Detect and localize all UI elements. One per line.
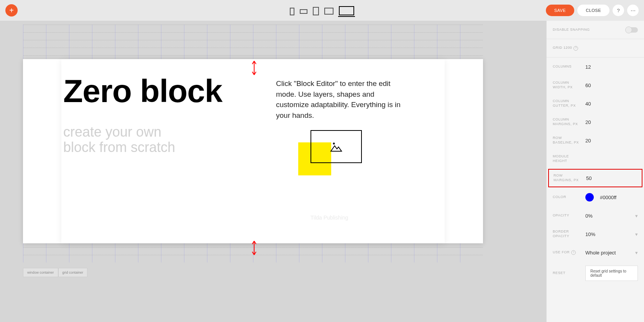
- row-column-gutter: COLUMN GUTTER, PX 40: [547, 94, 644, 113]
- tab-grid-container[interactable]: grid container: [58, 268, 88, 277]
- row-grid-heading: GRID 1200?: [547, 39, 644, 58]
- label-use-for: USE FOR?: [553, 250, 582, 255]
- color-swatch[interactable]: [585, 193, 594, 201]
- more-button[interactable]: ⋯: [627, 5, 639, 16]
- toggle-disable-snapping[interactable]: [626, 27, 638, 33]
- label-row-margins: ROW MARGINS, PX: [554, 173, 582, 182]
- row-row-margins: ROW MARGINS, PX 50: [548, 169, 642, 187]
- input-row-baseline[interactable]: 20: [585, 138, 638, 144]
- help-icon[interactable]: ?: [573, 46, 578, 51]
- input-column-margins[interactable]: 20: [585, 119, 638, 125]
- label-disable-snapping: DISABLE SNAPPING: [553, 28, 622, 32]
- select-border-opacity[interactable]: 10%: [585, 231, 635, 237]
- select-opacity[interactable]: 0%: [585, 213, 635, 219]
- label-color: COLOR: [553, 195, 582, 200]
- resize-arrow-bottom-icon[interactable]: [251, 240, 257, 256]
- watermark-text: Tilda Publishing: [310, 215, 348, 221]
- input-color[interactable]: #0000ff: [600, 195, 638, 200]
- resize-arrow-top-icon[interactable]: [251, 60, 257, 76]
- hero-subtitle-line: block from scratch: [63, 139, 175, 155]
- tab-window-container[interactable]: window container: [23, 268, 58, 277]
- hero-subtitle-line: create your own: [63, 124, 161, 140]
- label-column-width: COLUMN WIDTH, PX: [553, 81, 582, 89]
- label-grid: GRID 1200?: [553, 46, 638, 50]
- help-button[interactable]: ?: [613, 5, 624, 16]
- label-reset: RESET: [553, 271, 582, 276]
- row-disable-snapping: DISABLE SNAPPING: [547, 21, 644, 39]
- chevron-down-icon: ▾: [635, 213, 638, 219]
- canvas-area: Zero block create your own block from sc…: [0, 21, 546, 322]
- label-border-opacity: BORDER OPACITY: [553, 230, 582, 238]
- add-button[interactable]: +: [5, 4, 18, 17]
- input-column-width[interactable]: 60: [585, 83, 638, 88]
- device-desktop-icon[interactable]: [339, 6, 354, 15]
- image-placeholder-icon: [330, 141, 342, 152]
- save-button[interactable]: SAVE: [546, 5, 575, 16]
- row-opacity: OPACITY 0% ▾: [547, 206, 644, 225]
- device-tablet-landscape-icon[interactable]: [324, 8, 334, 15]
- image-placeholder[interactable]: [310, 130, 362, 163]
- row-border-opacity: BORDER OPACITY 10% ▾: [547, 225, 644, 243]
- label-columns: COLUMNS: [553, 64, 582, 69]
- hero-title[interactable]: Zero block: [63, 73, 222, 110]
- label-opacity: OPACITY: [553, 213, 582, 218]
- device-phone-portrait-icon[interactable]: [290, 8, 294, 15]
- device-phone-landscape-icon[interactable]: [300, 9, 307, 14]
- settings-panel: DISABLE SNAPPING GRID 1200? COLUMNS 12 C…: [546, 21, 644, 322]
- device-switcher: [290, 0, 354, 21]
- input-row-margins[interactable]: 50: [586, 175, 637, 181]
- inner-container: Zero block create your own block from sc…: [61, 59, 445, 243]
- help-icon[interactable]: ?: [571, 250, 576, 255]
- row-color: COLOR #0000ff: [547, 188, 644, 206]
- select-use-for[interactable]: Whole project: [585, 250, 635, 256]
- label-row-baseline: ROW BASELINE, PX: [553, 136, 582, 145]
- row-row-baseline: ROW BASELINE, PX 20: [547, 131, 644, 150]
- row-columns: COLUMNS 12: [547, 58, 644, 76]
- artboard[interactable]: Zero block create your own block from sc…: [23, 59, 483, 243]
- input-column-gutter[interactable]: 40: [585, 101, 638, 107]
- device-tablet-portrait-icon[interactable]: [313, 7, 319, 15]
- row-column-margins: COLUMN MARGINS, PX 20: [547, 113, 644, 131]
- label-module-height: MODULE HEIGHT: [553, 154, 582, 163]
- label-column-gutter: COLUMN GUTTER, PX: [553, 99, 582, 108]
- row-reset: RESET Reset grid settings to default: [547, 262, 644, 285]
- row-use-for: USE FOR? Whole project ▾: [547, 243, 644, 262]
- reset-button[interactable]: Reset grid settings to default: [585, 266, 638, 281]
- svg-point-0: [334, 143, 335, 144]
- row-column-width: COLUMN WIDTH, PX 60: [547, 76, 644, 94]
- input-columns[interactable]: 12: [585, 64, 638, 70]
- chevron-down-icon: ▾: [635, 231, 638, 237]
- top-toolbar: + SAVE CLOSE ? ⋯: [0, 0, 644, 21]
- hero-subtitle[interactable]: create your own block from scratch: [63, 124, 175, 155]
- row-module-height: MODULE HEIGHT: [547, 150, 644, 168]
- hero-description[interactable]: Click "Block Editor" to enter the edit m…: [276, 78, 406, 121]
- container-tabs: window container grid container: [23, 268, 87, 277]
- chevron-down-icon: ▾: [635, 250, 638, 256]
- label-column-margins: COLUMN MARGINS, PX: [553, 117, 582, 126]
- close-button[interactable]: CLOSE: [577, 5, 610, 16]
